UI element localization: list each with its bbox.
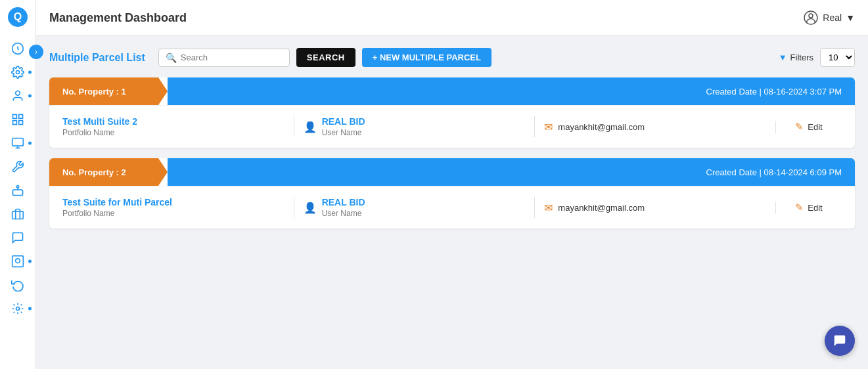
new-multiple-parcel-button[interactable]: + NEW MULTIPLE PARCEL: [362, 48, 491, 67]
user-col: 👤 REAL BID User Name: [294, 197, 536, 218]
sidebar-expand-button[interactable]: ›: [29, 45, 43, 59]
search-input[interactable]: [181, 53, 273, 62]
list-title: Multiple Parcel List: [49, 52, 145, 64]
created-date: Created Date | 08-14-2024 6:09 PM: [168, 158, 855, 186]
content-area: Multiple Parcel List 🔍 SEARCH + NEW MULT…: [36, 36, 868, 369]
svg-text:Q: Q: [14, 11, 22, 22]
user-col: 👤 REAL BID User Name: [294, 116, 536, 137]
parcel-card: No. Property : 1 Created Date | 08-16-20…: [49, 77, 855, 148]
email-address: mayankhit@gmail.com: [558, 122, 645, 132]
svg-point-3: [16, 71, 20, 74]
portfolio-label: Portfolio Name: [62, 128, 285, 137]
sidebar: Q ›: [0, 0, 36, 369]
edit-col[interactable]: ✎ Edit: [776, 121, 842, 133]
parcel-cards-list: No. Property : 1 Created Date | 08-16-20…: [49, 77, 855, 228]
sidebar-item-users[interactable]: [0, 84, 35, 108]
filters-label: ▼ Filters: [779, 53, 813, 62]
sidebar-item-content[interactable]: [0, 108, 35, 131]
property-name-col: Test Multi Suite 2 Portfolio Name: [62, 116, 294, 137]
user-avatar-icon: 👤: [304, 121, 317, 133]
edit-label: Edit: [808, 203, 822, 213]
sidebar-item-settings[interactable]: [0, 60, 35, 84]
property-name: Test Multi Suite 2: [62, 116, 285, 127]
dropdown-arrow-icon: ▼: [846, 12, 855, 23]
svg-point-19: [16, 307, 20, 311]
portfolio-label: Portfolio Name: [62, 209, 285, 218]
sidebar-item-contact[interactable]: [0, 250, 35, 273]
sidebar-item-monitor[interactable]: [0, 131, 35, 155]
email-col: ✉ mayankhit@gmail.com: [535, 202, 776, 214]
main-wrapper: Management Dashboard Real ▼ Multiple Par…: [36, 0, 868, 369]
svg-rect-6: [19, 115, 23, 119]
svg-rect-18: [12, 256, 24, 267]
user-label: User Name: [322, 209, 365, 218]
toolbar: Multiple Parcel List 🔍 SEARCH + NEW MULT…: [49, 48, 855, 67]
svg-rect-9: [12, 139, 24, 146]
search-container: 🔍: [158, 49, 290, 67]
parcel-card: No. Property : 2 Created Date | 08-14-20…: [49, 158, 855, 228]
card-header: No. Property : 1 Created Date | 08-16-20…: [49, 77, 855, 105]
edit-label: Edit: [808, 122, 822, 132]
svg-point-4: [16, 91, 20, 96]
per-page-select[interactable]: 10 25 50: [820, 48, 855, 67]
sidebar-item-chat[interactable]: [0, 226, 35, 250]
search-magnifier-icon: 🔍: [166, 53, 177, 63]
created-date: Created Date | 08-16-2024 3:07 PM: [168, 77, 855, 105]
email-col: ✉ mayankhit@gmail.com: [535, 121, 776, 133]
svg-rect-12: [13, 190, 23, 195]
sidebar-item-gear-cog[interactable]: [0, 297, 35, 320]
svg-point-21: [809, 14, 813, 18]
edit-col[interactable]: ✎ Edit: [776, 202, 842, 213]
user-name: REAL BID: [322, 116, 365, 127]
edit-icon: ✎: [795, 202, 804, 213]
app-logo[interactable]: Q: [7, 7, 28, 28]
property-name: Test Suite for Muti Parcel: [62, 197, 285, 207]
email-icon: ✉: [544, 202, 553, 214]
edit-icon: ✎: [795, 121, 804, 133]
header: Management Dashboard Real ▼: [36, 0, 868, 36]
user-name: REAL BID: [322, 197, 365, 207]
email-address: mayankhit@gmail.com: [558, 203, 645, 213]
chat-bubble-button[interactable]: [825, 326, 855, 356]
svg-point-13: [16, 186, 18, 188]
property-count-badge: No. Property : 2: [49, 158, 168, 186]
user-menu[interactable]: Real ▼: [803, 10, 855, 26]
card-body: Test Multi Suite 2 Portfolio Name 👤 REAL…: [49, 105, 855, 148]
svg-rect-8: [13, 121, 17, 125]
username-label: Real: [823, 12, 842, 23]
svg-rect-17: [12, 211, 24, 219]
search-button[interactable]: SEARCH: [296, 48, 355, 67]
svg-rect-7: [19, 121, 23, 125]
chat-bubble-icon: [833, 334, 847, 348]
email-icon: ✉: [544, 121, 553, 133]
card-body: Test Suite for Muti Parcel Portfolio Nam…: [49, 186, 855, 228]
sidebar-item-briefcase[interactable]: [0, 202, 35, 226]
sidebar-item-robot[interactable]: [0, 179, 35, 202]
page-title: Management Dashboard: [49, 11, 187, 25]
svg-rect-5: [13, 115, 17, 119]
user-label: User Name: [322, 128, 365, 137]
property-name-col: Test Suite for Muti Parcel Portfolio Nam…: [62, 197, 294, 218]
filters-text: Filters: [790, 53, 813, 62]
property-count-badge: No. Property : 1: [49, 77, 168, 105]
sidebar-item-refresh[interactable]: [0, 273, 35, 297]
filter-icon: ▼: [779, 53, 787, 62]
account-icon: [803, 10, 819, 26]
card-header: No. Property : 2 Created Date | 08-14-20…: [49, 158, 855, 186]
user-avatar-icon: 👤: [304, 202, 317, 214]
sidebar-item-tools[interactable]: [0, 155, 35, 179]
